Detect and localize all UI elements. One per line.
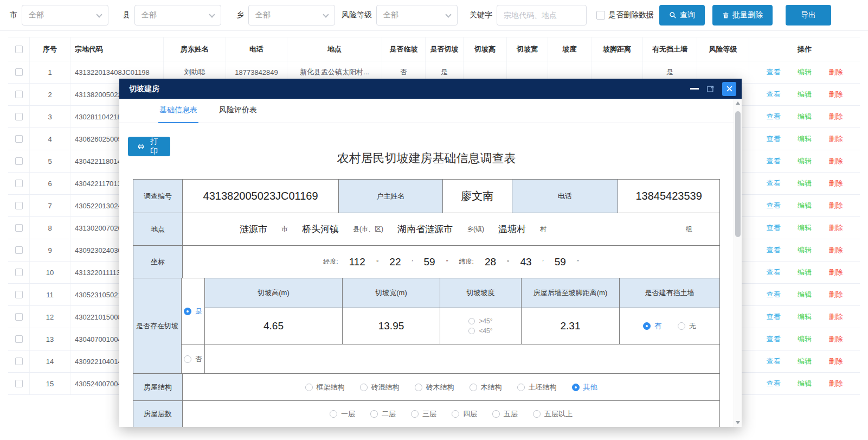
house-structure-option[interactable]: 其他 [572,382,597,392]
row-actions: 查看编辑删除 [749,150,860,172]
view-link[interactable]: 查看 [767,156,781,166]
delete-link[interactable]: 删除 [829,134,843,144]
house-structure-option[interactable]: 砖混结构 [360,382,400,392]
scroll-down-arrow[interactable] [736,421,740,424]
delete-link[interactable]: 删除 [829,312,843,322]
city-select[interactable]: 全部 [22,5,108,25]
column-header: 电话 [226,37,287,61]
view-link[interactable]: 查看 [767,178,781,188]
house-floors-option[interactable]: 一层 [330,409,355,419]
delete-link[interactable]: 删除 [829,379,843,388]
view-link[interactable]: 查看 [767,67,781,77]
house-floors-option[interactable]: 三层 [411,409,436,419]
scrollbar-thumb[interactable] [735,111,741,237]
house-floors-option[interactable]: 五层 [492,409,518,419]
view-link[interactable]: 查看 [767,334,781,344]
cut-exists-yes-option[interactable]: 是 [184,307,202,316]
coordinate-unit: ° [507,259,509,265]
view-link[interactable]: 查看 [767,245,781,255]
county-select[interactable]: 全部 [134,5,221,25]
row-checkbox[interactable] [15,202,23,209]
edit-link[interactable]: 编辑 [798,245,812,255]
cut-exists-no-option[interactable]: 否 [184,354,202,364]
view-link[interactable]: 查看 [767,112,781,122]
retaining-wall-option[interactable]: 无 [678,321,696,331]
edit-link[interactable]: 编辑 [798,379,812,388]
tab-basic-info[interactable]: 基础信息表 [158,99,198,123]
minimize-button[interactable] [690,88,699,90]
select-all-checkbox[interactable] [15,46,23,53]
delete-link[interactable]: 删除 [829,245,843,255]
view-link[interactable]: 查看 [767,290,781,299]
edit-link[interactable]: 编辑 [798,201,812,211]
edit-link[interactable]: 编辑 [798,90,812,99]
row-checkbox[interactable] [15,291,23,298]
house-floors-option[interactable]: 四层 [452,409,477,419]
house-structure-option[interactable]: 砖木结构 [415,382,454,392]
row-checkbox[interactable] [15,135,23,143]
edit-link[interactable]: 编辑 [798,67,812,77]
delete-link[interactable]: 删除 [829,112,843,122]
edit-link[interactable]: 编辑 [798,356,812,366]
keyword-input[interactable] [497,5,587,25]
retaining-wall-option[interactable]: 有 [643,321,661,331]
view-link[interactable]: 查看 [767,201,781,211]
close-button[interactable] [722,82,736,96]
edit-link[interactable]: 编辑 [798,267,812,277]
delete-link[interactable]: 删除 [829,90,843,99]
edit-link[interactable]: 编辑 [798,112,812,122]
risk-select[interactable]: 全部 [376,5,458,25]
view-link[interactable]: 查看 [767,312,781,322]
house-structure-option[interactable]: 土坯结构 [517,382,557,392]
delete-link[interactable]: 删除 [829,267,843,277]
row-checkbox[interactable] [15,313,23,321]
view-link[interactable]: 查看 [767,90,781,99]
view-link[interactable]: 查看 [767,267,781,277]
view-link[interactable]: 查看 [767,356,781,366]
delete-link[interactable]: 删除 [829,156,843,166]
delete-link[interactable]: 删除 [829,67,843,77]
query-button[interactable]: 查询 [659,5,705,25]
batch-delete-button[interactable]: 批量删除 [712,5,773,25]
row-checkbox[interactable] [15,180,23,187]
edit-link[interactable]: 编辑 [798,312,812,322]
township-select[interactable]: 全部 [248,5,335,25]
show-deleted-checkbox[interactable] [596,11,605,20]
row-checkbox[interactable] [15,224,23,232]
delete-link[interactable]: 删除 [829,290,843,299]
delete-link[interactable]: 删除 [829,356,843,366]
view-link[interactable]: 查看 [767,223,781,233]
edit-link[interactable]: 编辑 [798,134,812,144]
house-floors-option[interactable]: 五层以上 [533,409,573,419]
row-checkbox[interactable] [15,246,23,254]
delete-link[interactable]: 删除 [829,334,843,344]
edit-link[interactable]: 编辑 [798,334,812,344]
delete-link[interactable]: 删除 [829,201,843,211]
maximize-icon[interactable] [706,85,715,93]
row-checkbox[interactable] [15,157,23,165]
house-structure-option[interactable]: 木结构 [470,382,502,392]
delete-link[interactable]: 删除 [829,223,843,233]
scroll-up-arrow[interactable] [736,101,740,105]
view-link[interactable]: 查看 [767,379,781,388]
retaining-wall-option-label: 有 [654,321,661,331]
edit-link[interactable]: 编辑 [798,178,812,188]
row-checkbox[interactable] [15,269,23,276]
slope-angle-option[interactable]: <45° [468,327,492,335]
row-checkbox[interactable] [15,113,23,120]
export-button[interactable]: 导出 [786,5,831,25]
house-floors-option[interactable]: 二层 [370,409,396,419]
row-checkbox[interactable] [15,335,23,343]
row-checkbox[interactable] [15,68,23,76]
row-checkbox[interactable] [15,91,23,98]
edit-link[interactable]: 编辑 [798,156,812,166]
delete-link[interactable]: 删除 [829,178,843,188]
slope-angle-option[interactable]: >45° [468,317,492,325]
row-checkbox[interactable] [15,380,23,387]
tab-risk-evaluation[interactable]: 风险评价表 [218,99,258,123]
row-checkbox[interactable] [15,358,23,365]
edit-link[interactable]: 编辑 [798,223,812,233]
house-structure-option[interactable]: 框架结构 [305,382,345,392]
view-link[interactable]: 查看 [767,134,781,144]
edit-link[interactable]: 编辑 [798,290,812,299]
